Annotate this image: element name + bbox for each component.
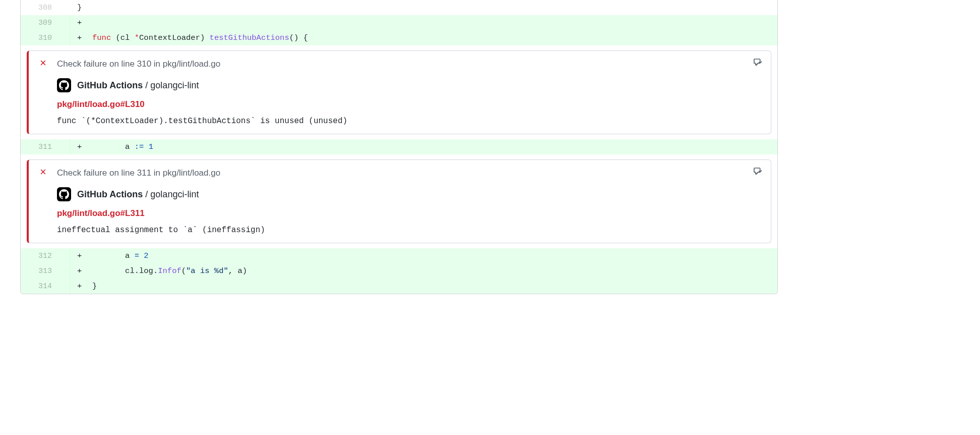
line-number[interactable]: 313 [21,263,70,279]
check-annotation: Check failure on line 311 in pkg/lint/lo… [21,154,777,248]
resolve-conversation-icon[interactable] [754,58,763,69]
code-row: 311 + a := 1 [21,139,777,154]
code-row: 312 + a = 2 [21,248,777,263]
code-line: + a = 2 [70,248,777,263]
code-row: 314 + } [21,279,777,294]
line-number[interactable]: 312 [21,248,70,263]
code-row: 309 + [21,15,777,30]
github-logo-icon [57,187,71,201]
annotation-summary: Check failure on line 310 in pkg/lint/lo… [57,59,763,69]
line-number[interactable]: 311 [21,139,70,154]
check-annotation: Check failure on line 310 in pkg/lint/lo… [21,45,777,139]
annotation-message: func `(*ContextLoader).testGithubActions… [57,117,763,126]
annotation-file-link[interactable]: pkg/lint/load.go#L310 [57,99,763,110]
code-row: 308 } [21,0,777,15]
annotation-file-link[interactable]: pkg/lint/load.go#L311 [57,208,763,219]
resolve-conversation-icon[interactable] [754,167,763,178]
github-logo-icon [57,78,71,92]
code-row: 313 + cl.log.Infof("a is %d", a) [21,263,777,279]
line-number[interactable]: 310 [21,30,70,45]
diff-container: 308 } 309 + 310 + func (cl *ContextLoade… [20,0,778,294]
code-line: + [70,15,777,30]
code-line: + a := 1 [70,139,777,154]
line-number[interactable]: 314 [21,279,70,294]
code-row: 310 + func (cl *ContextLoader) testGithu… [21,30,777,45]
annotation-check-name[interactable]: GitHub Actions / golangci-lint [77,189,199,200]
code-line: + cl.log.Infof("a is %d", a) [70,263,777,279]
line-number[interactable]: 308 [21,0,70,15]
failure-x-icon [39,168,47,179]
annotation-summary: Check failure on line 311 in pkg/lint/lo… [57,168,763,178]
line-number[interactable]: 309 [21,15,70,30]
annotation-message: ineffectual assignment to `a` (ineffassi… [57,226,763,235]
failure-x-icon [39,59,47,70]
code-line: + } [70,279,777,294]
code-line: + func (cl *ContextLoader) testGithubAct… [70,30,777,45]
annotation-check-name[interactable]: GitHub Actions / golangci-lint [77,80,199,91]
code-line: } [70,0,777,15]
